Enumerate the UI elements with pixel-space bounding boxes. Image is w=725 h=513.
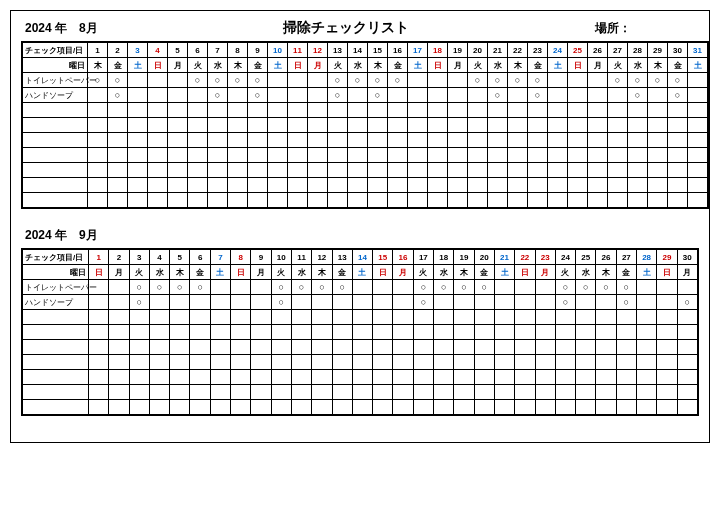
check-cell[interactable] xyxy=(408,118,428,133)
check-cell[interactable] xyxy=(648,118,668,133)
check-cell[interactable] xyxy=(596,370,616,385)
check-cell[interactable] xyxy=(434,310,454,325)
check-cell[interactable] xyxy=(148,103,168,118)
check-cell[interactable] xyxy=(408,103,428,118)
check-cell[interactable] xyxy=(448,163,468,178)
check-cell[interactable] xyxy=(332,370,352,385)
check-cell[interactable] xyxy=(576,370,596,385)
check-cell[interactable] xyxy=(468,148,488,163)
check-cell[interactable]: ○ xyxy=(129,295,149,310)
check-cell[interactable] xyxy=(668,178,688,193)
check-cell[interactable] xyxy=(596,355,616,370)
check-cell[interactable] xyxy=(608,178,628,193)
check-cell[interactable] xyxy=(548,103,568,118)
check-cell[interactable] xyxy=(628,178,648,193)
check-cell[interactable] xyxy=(636,310,656,325)
check-cell[interactable] xyxy=(268,178,288,193)
check-cell[interactable] xyxy=(170,355,190,370)
check-cell[interactable] xyxy=(268,88,288,103)
check-cell[interactable] xyxy=(88,370,108,385)
check-cell[interactable] xyxy=(488,178,508,193)
check-cell[interactable] xyxy=(657,370,677,385)
check-cell[interactable] xyxy=(208,178,228,193)
check-cell[interactable] xyxy=(128,193,148,209)
check-cell[interactable] xyxy=(108,118,128,133)
check-cell[interactable] xyxy=(454,340,474,355)
check-cell[interactable] xyxy=(149,340,169,355)
check-cell[interactable] xyxy=(408,133,428,148)
check-cell[interactable] xyxy=(231,295,251,310)
check-cell[interactable] xyxy=(448,148,468,163)
check-cell[interactable] xyxy=(231,280,251,295)
check-cell[interactable] xyxy=(688,178,709,193)
check-cell[interactable] xyxy=(129,370,149,385)
check-cell[interactable] xyxy=(616,355,636,370)
check-cell[interactable] xyxy=(474,370,494,385)
check-cell[interactable] xyxy=(291,385,311,400)
check-cell[interactable] xyxy=(251,295,271,310)
check-cell[interactable] xyxy=(628,118,648,133)
check-cell[interactable] xyxy=(494,400,514,416)
check-cell[interactable] xyxy=(148,133,168,148)
check-cell[interactable] xyxy=(515,340,535,355)
check-cell[interactable] xyxy=(548,148,568,163)
check-cell[interactable] xyxy=(312,340,332,355)
check-cell[interactable] xyxy=(271,340,291,355)
check-cell[interactable] xyxy=(88,88,108,103)
check-cell[interactable] xyxy=(576,385,596,400)
check-cell[interactable] xyxy=(210,310,230,325)
check-cell[interactable] xyxy=(148,118,168,133)
check-cell[interactable] xyxy=(528,133,548,148)
check-cell[interactable] xyxy=(468,133,488,148)
check-cell[interactable] xyxy=(268,163,288,178)
check-cell[interactable] xyxy=(535,340,555,355)
check-cell[interactable] xyxy=(368,178,388,193)
check-cell[interactable] xyxy=(388,103,408,118)
check-cell[interactable]: ○ xyxy=(528,73,548,88)
check-cell[interactable] xyxy=(228,178,248,193)
check-cell[interactable] xyxy=(393,355,413,370)
check-cell[interactable] xyxy=(109,325,129,340)
check-cell[interactable] xyxy=(596,340,616,355)
check-cell[interactable] xyxy=(271,400,291,416)
check-cell[interactable] xyxy=(88,355,108,370)
check-cell[interactable] xyxy=(288,193,308,209)
check-cell[interactable] xyxy=(88,133,108,148)
check-cell[interactable] xyxy=(148,163,168,178)
check-cell[interactable] xyxy=(596,400,616,416)
check-cell[interactable] xyxy=(494,370,514,385)
check-cell[interactable] xyxy=(288,88,308,103)
check-cell[interactable] xyxy=(352,295,372,310)
check-cell[interactable] xyxy=(373,325,393,340)
check-cell[interactable] xyxy=(555,370,575,385)
check-cell[interactable]: ○ xyxy=(488,88,508,103)
check-cell[interactable] xyxy=(408,193,428,209)
check-cell[interactable] xyxy=(128,88,148,103)
check-cell[interactable] xyxy=(515,280,535,295)
check-cell[interactable] xyxy=(352,355,372,370)
check-cell[interactable] xyxy=(535,295,555,310)
check-cell[interactable] xyxy=(271,385,291,400)
check-cell[interactable] xyxy=(109,400,129,416)
check-cell[interactable] xyxy=(508,118,528,133)
check-cell[interactable] xyxy=(368,193,388,209)
check-cell[interactable] xyxy=(677,355,698,370)
check-cell[interactable] xyxy=(148,73,168,88)
check-cell[interactable] xyxy=(508,163,528,178)
check-cell[interactable] xyxy=(373,385,393,400)
check-cell[interactable] xyxy=(576,340,596,355)
check-cell[interactable] xyxy=(190,385,210,400)
check-cell[interactable] xyxy=(368,148,388,163)
check-cell[interactable] xyxy=(129,355,149,370)
check-cell[interactable] xyxy=(188,148,208,163)
check-cell[interactable] xyxy=(515,370,535,385)
check-cell[interactable] xyxy=(628,133,648,148)
check-cell[interactable] xyxy=(616,310,636,325)
check-cell[interactable] xyxy=(508,178,528,193)
check-cell[interactable] xyxy=(129,400,149,416)
check-cell[interactable] xyxy=(688,103,709,118)
check-cell[interactable] xyxy=(168,178,188,193)
check-cell[interactable] xyxy=(190,400,210,416)
check-cell[interactable] xyxy=(288,73,308,88)
check-cell[interactable] xyxy=(308,88,328,103)
